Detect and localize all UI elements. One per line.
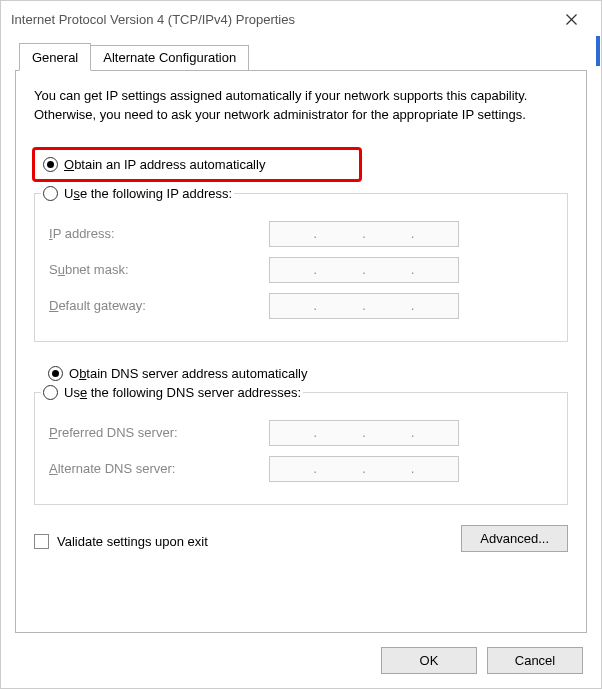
row-subnet-mask: Subnet mask: ... <box>49 257 553 283</box>
bottom-row: Validate settings upon exit Advanced... <box>34 525 568 552</box>
radio-obtain-ip-auto[interactable]: Obtain an IP address automatically <box>39 153 355 176</box>
group-use-following-dns: Use the following DNS server addresses: … <box>34 385 568 505</box>
radio-icon <box>43 157 58 172</box>
input-subnet-mask[interactable]: ... <box>269 257 459 283</box>
decorative-stripe <box>596 36 600 66</box>
titlebar: Internet Protocol Version 4 (TCP/IPv4) P… <box>1 1 601 37</box>
advanced-button[interactable]: Advanced... <box>461 525 568 552</box>
label-subnet-mask: Subnet mask: <box>49 262 269 277</box>
label-default-gateway: Default gateway: <box>49 298 269 313</box>
tab-strip: General Alternate Configuration <box>19 43 587 70</box>
tab-pane-general: You can get IP settings assigned automat… <box>15 70 587 633</box>
legend-use-following-dns: Use the following DNS server addresses: <box>41 385 303 400</box>
label-preferred-dns: Preferred DNS server: <box>49 425 269 440</box>
label-alternate-dns: Alternate DNS server: <box>49 461 269 476</box>
label-ip-address: IP address: <box>49 226 269 241</box>
radio-use-following-dns[interactable]: Use the following DNS server addresses: <box>41 385 303 400</box>
ipv4-properties-window: Internet Protocol Version 4 (TCP/IPv4) P… <box>0 0 602 689</box>
tab-alternate-configuration[interactable]: Alternate Configuration <box>90 45 249 70</box>
radio-label: Obtain an IP address automatically <box>64 157 265 172</box>
radio-label: Use the following DNS server addresses: <box>64 385 301 400</box>
group-use-following-ip: Use the following IP address: IP address… <box>34 186 568 342</box>
row-default-gateway: Default gateway: ... <box>49 293 553 319</box>
dialog-buttons: OK Cancel <box>15 633 587 674</box>
input-ip-address[interactable]: ... <box>269 221 459 247</box>
radio-obtain-dns-auto[interactable]: Obtain DNS server address automatically <box>44 362 568 385</box>
checkbox-validate-on-exit[interactable]: Validate settings upon exit <box>34 534 208 549</box>
row-ip-address: IP address: ... <box>49 221 553 247</box>
checkbox-label: Validate settings upon exit <box>57 534 208 549</box>
input-preferred-dns[interactable]: ... <box>269 420 459 446</box>
highlight-obtain-ip-auto: Obtain an IP address automatically <box>32 147 362 182</box>
radio-icon <box>43 385 58 400</box>
row-preferred-dns: Preferred DNS server: ... <box>49 420 553 446</box>
tab-general[interactable]: General <box>19 43 91 71</box>
row-alternate-dns: Alternate DNS server: ... <box>49 456 553 482</box>
close-icon <box>566 14 577 25</box>
radio-label: Use the following IP address: <box>64 186 232 201</box>
ok-button[interactable]: OK <box>381 647 477 674</box>
checkbox-icon <box>34 534 49 549</box>
radio-icon <box>43 186 58 201</box>
cancel-button[interactable]: Cancel <box>487 647 583 674</box>
radio-icon <box>48 366 63 381</box>
client-area: General Alternate Configuration You can … <box>1 37 601 688</box>
window-title: Internet Protocol Version 4 (TCP/IPv4) P… <box>11 12 551 27</box>
intro-text: You can get IP settings assigned automat… <box>34 87 568 125</box>
close-button[interactable] <box>551 5 591 33</box>
legend-use-following-ip: Use the following IP address: <box>41 186 234 201</box>
radio-use-following-ip[interactable]: Use the following IP address: <box>41 186 234 201</box>
input-default-gateway[interactable]: ... <box>269 293 459 319</box>
input-alternate-dns[interactable]: ... <box>269 456 459 482</box>
radio-label: Obtain DNS server address automatically <box>69 366 307 381</box>
